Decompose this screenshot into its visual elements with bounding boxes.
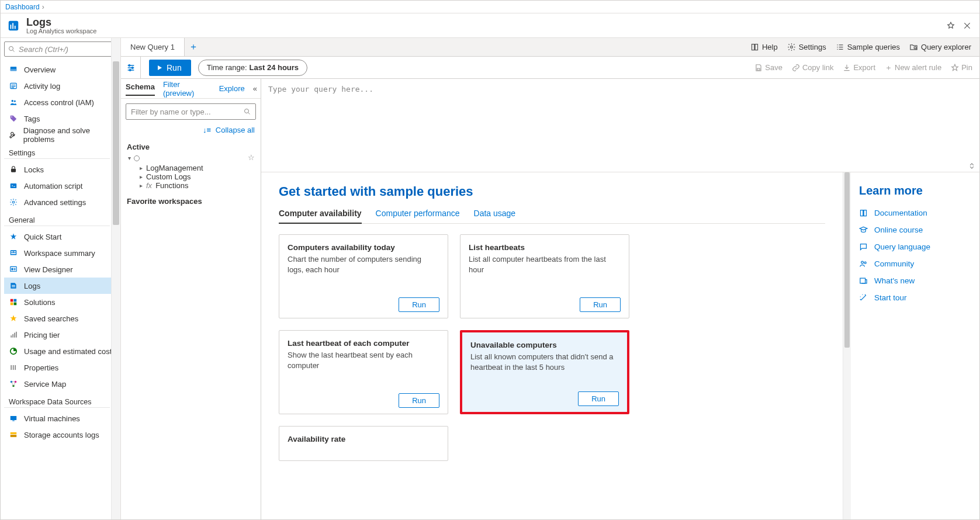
learn-documentation[interactable]: Documentation (859, 204, 972, 221)
svg-rect-40 (11, 432, 17, 434)
nav-scrollbar[interactable] (111, 38, 120, 519)
time-range-picker[interactable]: Time range: Last 24 hours (198, 60, 307, 76)
sample-queries-button[interactable]: Sample queries (836, 43, 900, 51)
caret-right-icon: ▸ (140, 165, 143, 171)
nav-search-placeholder: Search (Ctrl+/) (19, 45, 68, 54)
nav-saved-searches[interactable]: Saved searches (4, 310, 120, 327)
nav-view-designer[interactable]: View Designer (4, 261, 120, 278)
nav-advanced-settings[interactable]: Advanced settings (4, 194, 120, 210)
nav-tags[interactable]: Tags (4, 110, 120, 127)
add-tab-button[interactable]: ＋ (185, 38, 202, 56)
nav-workspace-summary[interactable]: Workspace summary (4, 245, 120, 261)
svg-rect-52 (860, 278, 865, 283)
tab-filter[interactable]: Filter (preview) (163, 80, 211, 98)
learn-more-panel: Learn more Documentation Online course Q… (851, 172, 979, 519)
new-alert-button[interactable]: ＋ New alert rule (885, 63, 941, 73)
query-tab-strip: New Query 1 ＋ Help Settings Sample queri… (121, 38, 979, 57)
svg-rect-1 (11, 25, 12, 29)
storage-icon (9, 431, 18, 439)
gear-icon (9, 198, 18, 206)
tag-icon (9, 115, 18, 123)
nav-section-wds: Workspace Data Sources (4, 392, 110, 408)
learn-whats-new[interactable]: What's new (859, 272, 972, 289)
svg-rect-26 (14, 303, 17, 306)
sample-card-availability-rate: Availability rate (279, 426, 448, 461)
sliders-icon[interactable] (121, 57, 141, 79)
svg-point-49 (134, 155, 139, 161)
svg-rect-11 (11, 169, 16, 172)
log-analytics-icon (6, 19, 20, 33)
learn-online-course[interactable]: Online course (859, 221, 972, 238)
run-sample-button[interactable]: Run (399, 297, 439, 312)
nav-section-general: General (4, 210, 110, 226)
save-button[interactable]: Save (754, 63, 782, 73)
save-icon (754, 64, 763, 72)
copy-link-button[interactable]: Copy link (792, 63, 833, 73)
svg-rect-41 (11, 435, 17, 437)
action-bar: Run Time range: Last 24 hours Save Copy … (121, 57, 979, 79)
tab-data-usage[interactable]: Data usage (474, 205, 516, 223)
export-button[interactable]: Export (843, 63, 875, 73)
query-editor[interactable]: Type your query here... (261, 79, 979, 172)
nav-quick-start[interactable]: Quick Start (4, 228, 120, 245)
tree-logmanagement[interactable]: ▸ LogManagement (127, 164, 255, 172)
tab-computer-performance[interactable]: Computer performance (376, 205, 460, 223)
learn-start-tour[interactable]: Start tour (859, 289, 972, 306)
tab-explore[interactable]: Explore (219, 84, 245, 93)
solutions-icon (9, 298, 18, 306)
nav-pricing-tier[interactable]: Pricing tier (4, 327, 120, 343)
expand-handle-icon[interactable] (968, 162, 976, 170)
nav-search-input[interactable]: Search (Ctrl+/) (4, 41, 115, 57)
svg-point-48 (245, 109, 249, 113)
play-icon (156, 64, 163, 71)
nav-logs[interactable]: Logs (4, 278, 120, 294)
breadcrumb[interactable]: Dashboard › (1, 1, 979, 13)
news-icon (859, 276, 868, 285)
nav-diagnose[interactable]: Diagnose and solve problems (4, 127, 120, 143)
tree-custom-logs[interactable]: ▸ Custom Logs (127, 172, 255, 181)
nav-storage-accounts-logs[interactable]: Storage accounts logs (4, 427, 120, 443)
learn-community[interactable]: Community (859, 255, 972, 272)
schema-filter-input[interactable]: Filter by name or type... (126, 103, 256, 120)
svg-rect-17 (11, 253, 16, 254)
run-sample-button[interactable]: Run (580, 297, 621, 312)
pin-icon[interactable] (946, 20, 956, 31)
nav-solutions[interactable]: Solutions (4, 294, 120, 310)
help-button[interactable]: Help (750, 43, 778, 51)
breadcrumb-root[interactable]: Dashboard (5, 3, 40, 11)
query-explorer-button[interactable]: Query explorer (909, 43, 971, 51)
run-sample-button[interactable]: Run (399, 393, 439, 408)
settings-button[interactable]: Settings (787, 43, 826, 51)
pin-button[interactable]: Pin (951, 63, 972, 73)
close-icon[interactable] (962, 20, 972, 31)
query-tab[interactable]: New Query 1 (121, 38, 185, 56)
nav-activity-log[interactable]: Activity log (4, 78, 120, 94)
svg-rect-12 (11, 183, 17, 188)
tree-functions[interactable]: ▸ fx Functions (127, 181, 255, 190)
nav-access-control[interactable]: Access control (IAM) (4, 94, 120, 110)
collapse-schema-icon[interactable]: « (253, 84, 257, 93)
tab-schema[interactable]: Schema (126, 82, 155, 96)
plus-icon: ＋ (885, 63, 892, 73)
tree-workspace-node[interactable]: ▾ ☆ (127, 151, 255, 164)
nav-usage-costs[interactable]: Usage and estimated costs (4, 343, 120, 359)
collapse-all-button[interactable]: ↓≡ Collapse all (121, 120, 261, 137)
run-sample-button[interactable]: Run (578, 391, 619, 406)
nav-locks[interactable]: Locks (4, 161, 120, 178)
run-button[interactable]: Run (149, 60, 191, 76)
nav-overview[interactable]: Overview (4, 61, 120, 78)
learn-query-language[interactable]: Query language (859, 238, 972, 255)
schema-pane: Schema Filter (preview) Explore « Filter… (121, 79, 261, 519)
favorite-star-icon[interactable]: ☆ (248, 153, 255, 162)
nav-properties[interactable]: Properties (4, 359, 120, 376)
export-icon (843, 64, 851, 72)
svg-rect-22 (12, 286, 15, 287)
vm-icon (9, 414, 18, 422)
svg-rect-23 (11, 299, 13, 302)
nav-virtual-machines[interactable]: Virtual machines (4, 410, 120, 427)
nav-service-map[interactable]: Service Map (4, 376, 120, 392)
nav-automation-script[interactable]: Automation script (4, 178, 120, 194)
results-scrollbar[interactable] (843, 172, 851, 519)
tab-computer-availability[interactable]: Computer availability (279, 205, 362, 224)
overview-icon (9, 65, 18, 74)
